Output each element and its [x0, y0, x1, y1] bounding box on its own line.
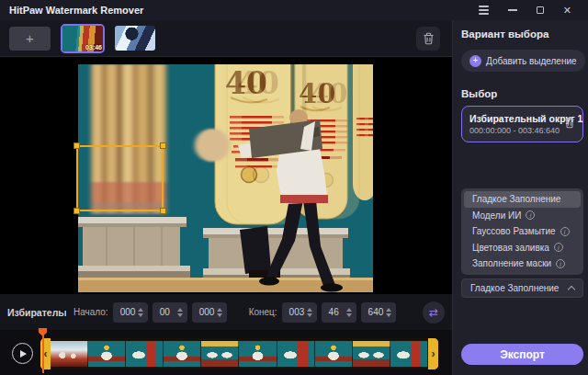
info-icon[interactable]: i [554, 243, 563, 252]
end-millis-field[interactable]: 640 [361, 302, 396, 323]
film-frame [88, 341, 126, 367]
dropdown-option-smooth-fill[interactable]: Гладкое Заполнение [464, 191, 581, 208]
spinner-arrows[interactable] [138, 308, 143, 317]
end-label: Конец: [249, 307, 277, 317]
video-thumbnail[interactable] [115, 26, 155, 51]
window-controls: ✕ [479, 6, 571, 16]
selection-name: Избирательный округ 1 [469, 113, 564, 124]
dropdown-option-color-fill[interactable]: Цветовая заливка i [464, 240, 581, 256]
trim-handle-right[interactable]: › [428, 338, 438, 369]
delete-media-button[interactable] [416, 27, 440, 51]
spinner-arrows[interactable] [177, 308, 183, 317]
film-frame [201, 341, 239, 367]
left-pedestal [78, 217, 190, 279]
delete-selection-button[interactable] [564, 116, 575, 132]
film-frame [239, 341, 277, 367]
spinner-arrows[interactable] [217, 308, 222, 317]
titlebar: HitPaw Watermark Remover ✕ [0, 0, 588, 20]
add-media-button[interactable]: + [9, 27, 51, 51]
selection-handle[interactable] [74, 142, 80, 149]
thumbnail-duration: 03:46 [85, 44, 102, 51]
spinner-arrows[interactable] [346, 308, 352, 317]
dropdown-option-gaussian-blur[interactable]: Гауссово Размытие i [464, 223, 581, 240]
film-frame [315, 341, 353, 367]
selection-card[interactable]: Избирательный округ 1 000:00:000 - 003:4… [461, 106, 583, 142]
minimize-icon[interactable] [508, 9, 517, 11]
sidebar: Вариант выбора + Добавить выделение AI В… [452, 20, 588, 375]
maximize-icon[interactable] [537, 6, 544, 14]
timeline: ‹ › [0, 331, 452, 375]
start-millis-field[interactable]: 000 [192, 302, 227, 323]
film-frame [353, 341, 390, 367]
time-controls: Избирательны... Начало: 000 00 000 Конец… [0, 294, 452, 331]
thumbnail-image [115, 26, 155, 51]
info-icon[interactable]: i [526, 210, 535, 220]
film-frame [126, 341, 164, 367]
section-title: Вариант выбора [461, 28, 583, 40]
film-frame [390, 341, 428, 367]
selection-time-range: 000:00:000 - 003:46:640 [469, 126, 564, 135]
sync-range-button[interactable]: ⇄ [423, 301, 445, 324]
film-frame [277, 341, 315, 367]
film-frame [164, 341, 201, 367]
playhead-marker[interactable] [39, 328, 47, 336]
plus-circle-icon: + [469, 55, 481, 67]
start-seconds-field[interactable]: 00 [153, 302, 187, 323]
add-selection-label: Добавить выделение [486, 56, 577, 66]
dropdown-option-mask-fill[interactable]: Заполнение маски i [464, 256, 581, 272]
watermark-selection-box[interactable] [76, 145, 164, 211]
video-thumbnail-selected[interactable]: 03:46 [61, 24, 105, 53]
export-button[interactable]: Экспорт [461, 344, 583, 365]
selection-handle[interactable] [160, 142, 166, 149]
start-minutes-field[interactable]: 000 [113, 302, 148, 323]
trash-icon [423, 32, 435, 45]
selection-handle[interactable] [160, 208, 166, 214]
close-icon[interactable]: ✕ [563, 6, 571, 16]
film-frame [51, 341, 88, 367]
fill-select-value: Гладкое Заполнение [470, 283, 559, 293]
fill-mode-select[interactable]: Гладкое Заполнение [461, 278, 583, 298]
selection-section-title: Выбор [461, 88, 583, 99]
filmstrip-frames [51, 338, 428, 369]
end-minutes-field[interactable]: 003 [282, 302, 317, 323]
start-label: Начало: [74, 307, 108, 317]
app-window: HitPaw Watermark Remover ✕ + 03:46 [0, 0, 588, 375]
video-preview: 40 40 [0, 57, 452, 294]
chevron-up-icon [568, 285, 575, 292]
spinner-arrows[interactable] [307, 308, 312, 317]
play-button[interactable] [12, 343, 33, 364]
app-title: HitPaw Watermark Remover [9, 5, 143, 16]
dropdown-option-ai-models[interactable]: Модели ИИ i [464, 208, 581, 224]
playhead-line[interactable] [42, 333, 44, 373]
spinner-arrows[interactable] [386, 308, 391, 317]
media-bar: + 03:46 [0, 20, 452, 57]
add-selection-button[interactable]: + Добавить выделение [461, 50, 585, 72]
trash-icon [564, 117, 575, 129]
timeline-filmstrip[interactable]: ‹ › [40, 338, 438, 369]
selection-handle[interactable] [74, 208, 80, 214]
fill-mode-dropdown: Гладкое Заполнение Модели ИИ i Гауссово … [461, 188, 583, 275]
end-seconds-field[interactable]: 46 [322, 302, 356, 323]
info-icon[interactable]: i [560, 227, 570, 236]
selection-name-label: Избирательны... [7, 307, 66, 318]
menu-icon[interactable] [479, 6, 489, 15]
info-icon[interactable]: i [556, 259, 565, 268]
play-icon [20, 350, 27, 358]
